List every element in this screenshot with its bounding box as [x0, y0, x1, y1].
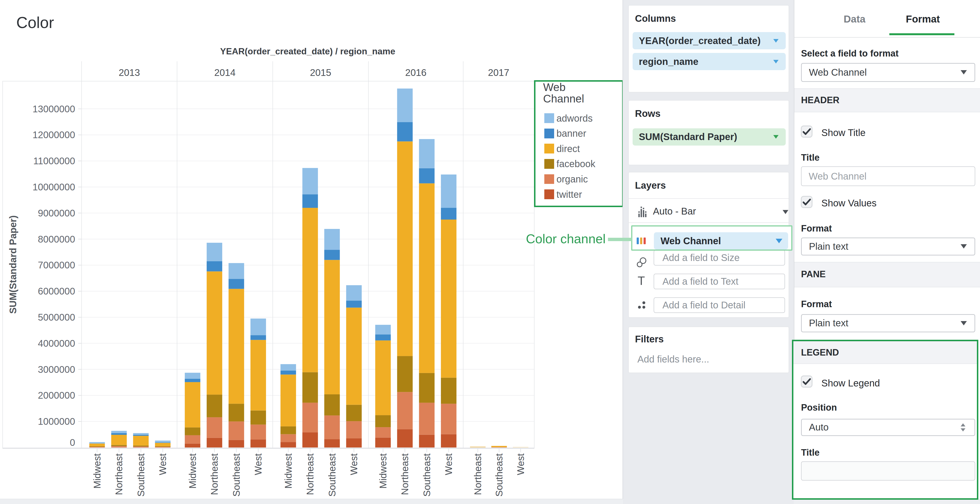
- svg-text:12000000: 12000000: [33, 129, 75, 140]
- svg-text:11000000: 11000000: [33, 156, 75, 166]
- svg-text:Midwest: Midwest: [92, 453, 102, 489]
- svg-text:YEAR(order_created_date) / reg: YEAR(order_created_date) / region_name: [220, 46, 395, 56]
- svg-text:8000000: 8000000: [38, 234, 75, 244]
- svg-text:Southeast: Southeast: [327, 453, 337, 497]
- svg-text:Southeast: Southeast: [422, 453, 432, 497]
- svg-text:West: West: [348, 453, 359, 475]
- svg-text:2013: 2013: [119, 67, 140, 78]
- svg-text:Northeast: Northeast: [399, 453, 410, 495]
- svg-text:Midwest: Midwest: [378, 453, 388, 489]
- svg-text:2000000: 2000000: [38, 390, 75, 400]
- svg-text:Southeast: Southeast: [231, 453, 242, 497]
- svg-text:Northeast: Northeast: [305, 453, 315, 495]
- svg-text:Midwest: Midwest: [187, 453, 198, 489]
- svg-text:4000000: 4000000: [38, 338, 75, 349]
- svg-text:7000000: 7000000: [38, 260, 75, 270]
- svg-text:5000000: 5000000: [38, 312, 75, 322]
- svg-text:West: West: [158, 453, 168, 475]
- svg-text:Southeast: Southeast: [494, 453, 504, 497]
- svg-text:West: West: [253, 453, 263, 475]
- svg-text:Northeast: Northeast: [209, 453, 220, 495]
- svg-text:3000000: 3000000: [38, 364, 75, 375]
- svg-text:2017: 2017: [488, 67, 509, 78]
- svg-text:13000000: 13000000: [33, 104, 75, 114]
- svg-text:1000000: 1000000: [38, 416, 75, 427]
- svg-text:2015: 2015: [310, 67, 331, 78]
- svg-text:10000000: 10000000: [33, 182, 75, 192]
- svg-text:West: West: [443, 453, 454, 475]
- svg-text:6000000: 6000000: [38, 286, 75, 297]
- svg-text:Midwest: Midwest: [283, 453, 294, 489]
- svg-text:0: 0: [70, 437, 75, 448]
- svg-text:Northeast: Northeast: [473, 453, 483, 495]
- svg-text:West: West: [515, 453, 526, 475]
- svg-text:Southeast: Southeast: [136, 453, 146, 497]
- svg-text:SUM(Standard Paper): SUM(Standard Paper): [8, 215, 18, 314]
- svg-text:9000000: 9000000: [38, 208, 75, 219]
- svg-text:2016: 2016: [405, 67, 426, 78]
- svg-text:2014: 2014: [215, 67, 235, 78]
- svg-text:Northeast: Northeast: [114, 453, 124, 495]
